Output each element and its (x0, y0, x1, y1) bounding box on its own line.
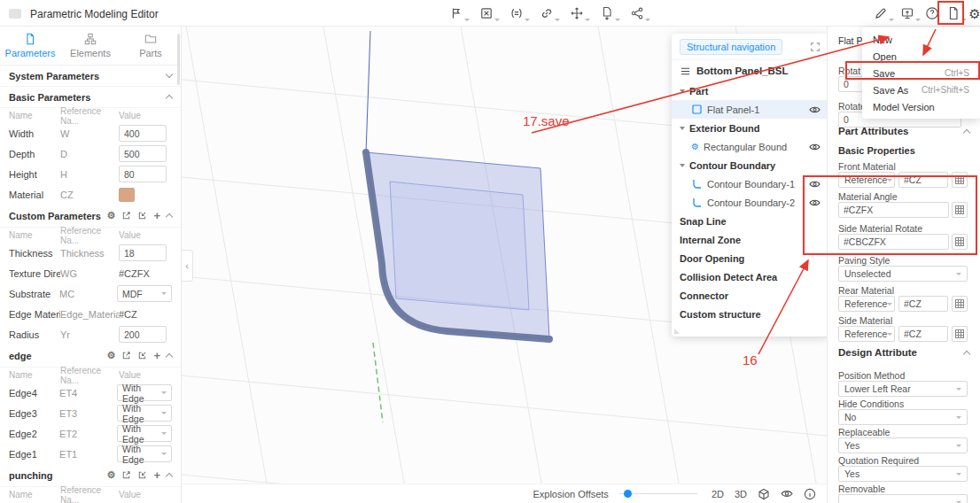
tree-item-flat-panel-1[interactable]: Flat Panel-1 (672, 100, 827, 119)
tree-item-contour-boundary-2[interactable]: Contour Boundary-2 (672, 193, 827, 212)
tree-item-collision-detect-area[interactable]: Collision Detect Area (672, 267, 827, 286)
tree-group-contour-boundary[interactable]: Contour Boundary (672, 156, 827, 174)
edge4-select[interactable]: With Edge (117, 384, 172, 401)
substrate-select[interactable]: MDF (117, 285, 172, 302)
visibility-eye-icon[interactable] (809, 198, 821, 207)
info-icon[interactable] (804, 488, 816, 500)
side-material-reference-select[interactable]: Reference (838, 326, 895, 342)
visibility-eye-icon[interactable] (781, 489, 793, 499)
tool-share-button[interactable] (628, 4, 646, 22)
view-cube-icon[interactable] (758, 488, 770, 500)
export-icon[interactable] (121, 211, 131, 221)
menu-item-new[interactable]: New (862, 31, 980, 48)
visibility-eye-icon[interactable] (809, 143, 821, 151)
slider-knob[interactable] (624, 490, 632, 498)
tree-item-contour-boundary-1[interactable]: Contour Boundary-1 (672, 174, 827, 193)
view-2d-button[interactable]: 2D (712, 489, 724, 499)
board-upload-button[interactable] (898, 4, 916, 22)
section-custom-parameters[interactable]: Custom Parameters ⚙ + (0, 205, 181, 228)
section-edge[interactable]: edge ⚙ + (0, 344, 181, 368)
material-color-swatch[interactable] (119, 188, 135, 202)
gear-icon[interactable]: ⚙ (107, 470, 116, 480)
rear-material-reference-select[interactable]: Reference (838, 296, 895, 312)
material-picker-button[interactable] (952, 326, 968, 342)
rear-material-value-input[interactable] (898, 296, 948, 312)
tool-document-export-button[interactable] (598, 4, 616, 22)
model-rectangular-bound[interactable] (390, 182, 529, 310)
design-attribute-header[interactable]: Design Attribute (838, 347, 969, 358)
expand-icon[interactable] (810, 42, 821, 52)
import-icon[interactable] (137, 351, 147, 360)
gear-icon[interactable]: ⚙ (107, 351, 116, 360)
menu-item-save[interactable]: Save Ctrl+S (862, 65, 980, 81)
front-material-value-input[interactable] (898, 172, 948, 188)
edge3-select[interactable]: With Edge (117, 405, 172, 422)
depth-input[interactable] (119, 145, 167, 162)
quotation-required-select[interactable]: Yes (838, 466, 968, 482)
side-material-value-input[interactable] (898, 326, 948, 342)
edge1-select[interactable]: With Edge (117, 445, 172, 462)
menu-item-model-version[interactable]: Model Version (862, 98, 980, 115)
tab-elements[interactable]: Elements (60, 27, 121, 65)
tab-parts[interactable]: Parts (121, 27, 181, 65)
tool-link-button[interactable] (538, 4, 556, 22)
material-picker-button[interactable] (952, 234, 968, 250)
menu-item-open[interactable]: Open (862, 48, 980, 65)
view-3d-button[interactable]: 3D (735, 489, 747, 499)
edit-pencil-button[interactable] (872, 4, 890, 22)
tree-item-internal-zone[interactable]: Internal Zone (672, 230, 827, 249)
tool-flag-button[interactable] (447, 4, 465, 22)
tool-fit-view-button[interactable] (508, 4, 525, 22)
tree-item-rectangular-bound[interactable]: ⚙ Rectangular Bound (672, 137, 827, 156)
tree-item-connector[interactable]: Connector (672, 286, 827, 305)
visibility-eye-icon[interactable] (809, 105, 821, 114)
tree-group-part[interactable]: Part (672, 81, 827, 100)
import-icon[interactable] (137, 470, 147, 480)
file-menu-button[interactable] (945, 4, 962, 22)
help-button[interactable] (923, 4, 941, 22)
add-parameter-icon[interactable]: + (153, 469, 160, 481)
removable-select[interactable] (838, 494, 968, 503)
tab-parameters[interactable]: Parameters (0, 27, 60, 65)
hide-conditions-select[interactable]: No (838, 409, 968, 425)
tree-root-bottom-panel[interactable]: Bottom Panel_BSL (672, 60, 827, 81)
settings-gear-button[interactable]: ⚙ (966, 4, 980, 22)
part-attributes-header[interactable]: Part Attributes (838, 126, 969, 136)
position-method-select[interactable]: Lower Left Rear (838, 381, 968, 397)
collapse-left-panel-handle[interactable]: ‹ (182, 250, 193, 282)
export-icon[interactable] (121, 351, 131, 360)
tree-item-custom-structure[interactable]: Custom structure (672, 305, 827, 323)
tree-group-exterior-bound[interactable]: Exterior Bound (672, 119, 827, 137)
material-angle-input[interactable] (838, 202, 949, 218)
sidebar-scrollbar[interactable] (177, 34, 180, 85)
material-picker-button[interactable] (952, 202, 968, 218)
tool-move-button[interactable] (568, 4, 586, 22)
tree-item-snap-line[interactable]: Snap Line (672, 212, 827, 230)
width-input[interactable] (119, 125, 167, 142)
front-material-reference-select[interactable]: Reference (838, 172, 895, 188)
gear-icon[interactable]: ⚙ (107, 211, 116, 221)
radius-input[interactable] (119, 326, 167, 343)
visibility-eye-icon[interactable] (809, 180, 821, 189)
tool-grid-toggle-button[interactable] (478, 4, 495, 22)
paving-style-select[interactable]: Unselected (838, 266, 968, 282)
import-icon[interactable] (137, 211, 147, 221)
add-parameter-icon[interactable]: + (153, 350, 160, 361)
side-material-rotate-input[interactable] (838, 234, 949, 250)
thickness-input[interactable] (119, 244, 167, 261)
tree-item-door-opening[interactable]: Door Opening (672, 249, 827, 267)
material-picker-button[interactable] (952, 172, 968, 188)
export-icon[interactable] (121, 470, 131, 480)
section-punching[interactable]: punching ⚙ + (0, 464, 181, 487)
resize-handle[interactable] (674, 329, 680, 334)
replaceable-select[interactable]: Yes (838, 437, 968, 453)
section-system-parameters[interactable]: System Parameters (0, 66, 181, 87)
add-parameter-icon[interactable]: + (153, 210, 160, 221)
material-picker-button[interactable] (952, 296, 968, 312)
section-basic-parameters[interactable]: Basic Parameters (0, 87, 181, 108)
structural-navigation-title[interactable]: Structural navigation (680, 39, 782, 55)
menu-item-save-as[interactable]: Save As Ctrl+Shift+S (862, 81, 980, 98)
explosion-offset-slider[interactable] (619, 490, 697, 499)
height-input[interactable] (119, 166, 167, 182)
edge2-select[interactable]: With Edge (117, 425, 172, 442)
